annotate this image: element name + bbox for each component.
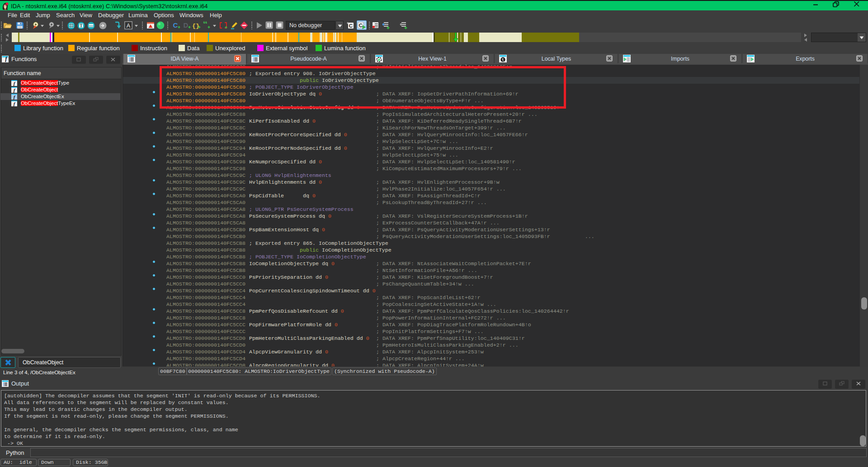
svg-text:D: D — [184, 21, 189, 29]
svg-text:T: T — [80, 24, 83, 28]
svg-text:A: A — [127, 23, 131, 29]
svg-text:C: C — [349, 23, 353, 29]
svg-text:C: C — [359, 23, 363, 28]
svg-text:{}: {} — [192, 23, 199, 29]
svg-text:C: C — [173, 21, 178, 29]
svg-text:xxx: xxx — [89, 24, 93, 27]
svg-text:“: “ — [203, 21, 208, 29]
